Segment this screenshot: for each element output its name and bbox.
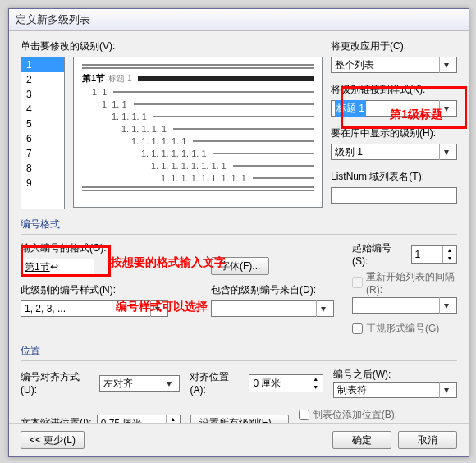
apply-to-value: 整个列表 (335, 57, 374, 73)
after-label: 编号之后(W): (333, 368, 457, 382)
level-item[interactable]: 9 (21, 176, 64, 190)
level-item[interactable]: 7 (21, 146, 64, 161)
separator (21, 234, 457, 235)
legal-checkbox[interactable] (352, 323, 363, 334)
tabstop-label: 制表位添加位置(B): (313, 408, 397, 422)
start-at-value: 1 (412, 246, 442, 263)
legal-label: 正规形式编号(G) (366, 322, 439, 336)
level-item[interactable]: 1 (21, 57, 64, 72)
apply-to-combo[interactable]: 整个列表 ▾ (331, 57, 457, 73)
less-button[interactable]: << 更少(L) (21, 431, 85, 449)
define-multilevel-list-dialog: 定义新多级列表 单击要修改的级别(V): 123456789 第1节 标题 11… (8, 8, 469, 457)
chevron-down-icon: ▾ (162, 375, 176, 392)
listnum-input[interactable] (331, 187, 457, 204)
align-at-label: 对齐位置(A): (190, 370, 244, 396)
include-from-label: 包含的级别编号来自(D): (211, 283, 342, 297)
restart-combo[interactable]: ▾ (352, 297, 457, 314)
gallery-combo[interactable]: 级别 1 ▾ (331, 144, 457, 160)
format-input[interactable]: 第1节↩ (21, 259, 94, 275)
level-label: 单击要修改的级别(V): (21, 39, 323, 53)
gallery-value: 级别 1 (335, 144, 363, 160)
chevron-down-icon: ▾ (439, 297, 453, 314)
ok-button[interactable]: 确定 (332, 431, 391, 449)
start-at-label: 起始编号(S): (352, 241, 406, 267)
spinner-icon[interactable]: ▲▼ (309, 375, 323, 392)
format-input-label: 输入编号的格式(O): (21, 241, 201, 255)
after-value: 制表符 (337, 382, 367, 398)
level-item[interactable]: 4 (21, 102, 64, 117)
listnum-label: ListNum 域列表名(T): (331, 170, 457, 184)
level-item[interactable]: 5 (21, 117, 64, 131)
apply-to-label: 将更改应用于(C): (331, 39, 457, 53)
chevron-down-icon: ▾ (439, 100, 453, 117)
preview-pane: 第1节 标题 11. 11. 1. 11. 1. 1. 11. 1. 1. 1.… (73, 57, 323, 208)
align-combo[interactable]: 左对齐 ▾ (99, 375, 180, 392)
gallery-label: 要在库中显示的级别(H): (331, 126, 457, 140)
level-listbox[interactable]: 123456789 (21, 57, 65, 209)
restart-checkbox[interactable] (352, 277, 363, 288)
chevron-down-icon: ▾ (439, 144, 453, 160)
chevron-down-icon: ▾ (150, 300, 164, 317)
format-section-title: 编号格式 (21, 218, 457, 232)
level-item[interactable]: 2 (21, 72, 64, 87)
include-from-combo[interactable]: ▾ (211, 300, 334, 317)
format-input-value: 第1节↩ (25, 259, 58, 275)
level-item[interactable]: 3 (21, 87, 64, 102)
align-value: 左对齐 (103, 375, 133, 392)
chevron-down-icon: ▾ (316, 300, 330, 317)
align-at-value: 0 厘米 (249, 375, 308, 392)
align-at-input[interactable]: 0 厘米 ▲▼ (249, 374, 323, 392)
start-at-input[interactable]: 1 ▲▼ (411, 245, 457, 264)
link-style-combo[interactable]: 标题 1 ▾ (331, 100, 457, 117)
number-style-value: 1, 2, 3, ... (25, 300, 66, 317)
link-style-label: 将级别链接到样式(K): (331, 83, 457, 97)
cancel-button[interactable]: 取消 (398, 431, 457, 449)
tabstop-checkbox[interactable] (299, 410, 309, 420)
align-label: 编号对齐方式(U): (21, 370, 94, 396)
link-style-value: 标题 1 (335, 100, 366, 117)
chevron-down-icon: ▾ (439, 57, 453, 73)
level-item[interactable]: 8 (21, 161, 64, 176)
position-section-title: 位置 (21, 344, 457, 358)
number-style-combo[interactable]: 1, 2, 3, ... ▾ (21, 300, 168, 317)
separator (21, 360, 457, 361)
restart-label: 重新开始列表的间隔(R): (366, 270, 457, 296)
level-item[interactable]: 6 (21, 131, 64, 146)
after-combo[interactable]: 制表符 ▾ (333, 382, 457, 398)
spinner-icon[interactable]: ▲▼ (442, 246, 456, 263)
dialog-titlebar[interactable]: 定义新多级列表 (9, 9, 469, 31)
dialog-title: 定义新多级列表 (16, 13, 90, 25)
chevron-down-icon: ▾ (439, 382, 453, 398)
number-style-label: 此级别的编号样式(N): (21, 283, 201, 297)
font-button[interactable]: 字体(F)... (211, 257, 269, 275)
dialog-footer: << 更少(L) 确定 取消 (9, 423, 469, 456)
